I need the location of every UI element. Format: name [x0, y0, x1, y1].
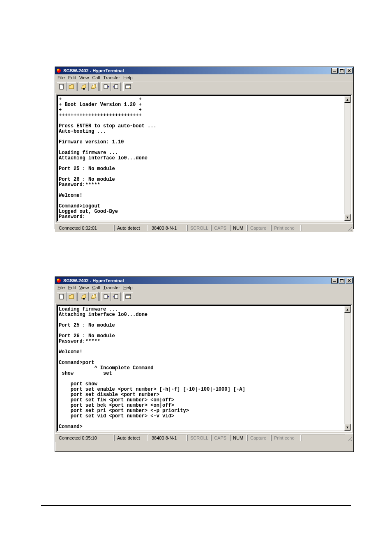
svg-rect-28: [104, 295, 107, 299]
menubar: File Edit View Call Transfer Help: [55, 284, 353, 291]
receive-button[interactable]: [111, 82, 121, 91]
separator: [122, 293, 122, 301]
menu-file[interactable]: File: [58, 285, 65, 290]
scroll-down-button[interactable]: ▼: [344, 424, 350, 431]
terminal-frame: + + + Boot Loader Version 1.20 + + + +++…: [56, 94, 352, 222]
toolbar: [55, 291, 353, 303]
minimize-button[interactable]: [331, 68, 338, 74]
svg-rect-29: [115, 295, 118, 299]
properties-button[interactable]: [123, 82, 133, 91]
status-autodetect: Auto detect: [114, 225, 148, 231]
svg-rect-10: [104, 85, 107, 89]
separator: [99, 83, 100, 91]
svg-rect-26: [83, 298, 85, 299]
title-buttons: [331, 278, 353, 283]
new-button[interactable]: [57, 82, 67, 91]
window-title: SGSW-2402 - HyperTerminal: [63, 68, 331, 73]
resize-grip[interactable]: [346, 435, 353, 441]
menu-help[interactable]: Help: [123, 285, 133, 290]
status-caps: CAPS: [211, 225, 229, 231]
receive-button[interactable]: [111, 292, 121, 301]
hyperterminal-window-2: SGSW-2402 - HyperTerminal File Edit View…: [55, 276, 354, 452]
close-button[interactable]: [346, 278, 353, 283]
connect-button[interactable]: [79, 82, 89, 91]
properties-button[interactable]: [123, 292, 133, 301]
resize-grip[interactable]: [346, 225, 353, 231]
terminal-output[interactable]: + + + Boot Loader Version 1.20 + + + +++…: [58, 96, 344, 221]
toolbar: [55, 81, 353, 93]
scroll-down-button[interactable]: ▼: [344, 214, 350, 221]
terminal-output[interactable]: Loading firmware ... Attaching interface…: [58, 306, 344, 431]
svg-line-17: [351, 230, 352, 231]
titlebar: SGSW-2402 - HyperTerminal: [55, 67, 353, 74]
scroll-up-button[interactable]: ▲: [344, 306, 350, 313]
status-printecho: Print echo: [271, 435, 301, 441]
scroll-track[interactable]: [344, 313, 350, 424]
status-connected: Connected 0:02:01: [56, 225, 113, 231]
separator: [77, 83, 78, 91]
disconnect-button[interactable]: [89, 82, 99, 91]
svg-rect-4: [340, 69, 344, 70]
svg-point-18: [57, 279, 61, 283]
disconnect-button[interactable]: [89, 292, 99, 301]
scrollbar[interactable]: ▲ ▼: [344, 306, 350, 431]
new-button[interactable]: [57, 292, 67, 301]
status-caps: CAPS: [211, 435, 229, 441]
status-printecho: Print echo: [271, 225, 301, 231]
connect-button[interactable]: [79, 292, 89, 301]
status-scroll: SCROLL: [187, 225, 210, 231]
svg-rect-32: [129, 297, 130, 298]
statusbar: Connected 0:05:10 Auto detect 38400 8-N-…: [55, 433, 353, 442]
app-icon: [56, 68, 62, 74]
status-capture: Capture: [247, 435, 270, 441]
svg-point-19: [57, 279, 59, 281]
statusbar: Connected 0:02:01 Auto detect 38400 8-N-…: [55, 223, 353, 232]
menubar: File Edit View Call Transfer Help: [55, 74, 353, 81]
titlebar: SGSW-2402 - HyperTerminal: [55, 277, 353, 284]
status-num: NUM: [230, 225, 247, 231]
menu-call[interactable]: Call: [92, 75, 100, 80]
send-button[interactable]: [101, 292, 111, 301]
menu-file[interactable]: File: [58, 75, 65, 80]
close-button[interactable]: [346, 68, 353, 74]
window-title: SGSW-2402 - HyperTerminal: [63, 278, 331, 283]
title-buttons: [331, 68, 353, 74]
status-spacer: [302, 225, 345, 231]
status-autodetect: Auto detect: [114, 435, 148, 441]
svg-line-35: [351, 440, 352, 441]
send-button[interactable]: [101, 82, 111, 91]
minimize-button[interactable]: [331, 278, 338, 283]
menu-edit[interactable]: Edit: [68, 285, 76, 290]
svg-rect-11: [115, 85, 118, 89]
page-footer-line: [41, 505, 351, 506]
menu-transfer[interactable]: Transfer: [103, 75, 120, 80]
menu-view[interactable]: View: [79, 75, 89, 80]
status-capture: Capture: [247, 225, 270, 231]
status-scroll: SCROLL: [187, 435, 210, 441]
menu-help[interactable]: Help: [123, 75, 133, 80]
maximize-button[interactable]: [339, 278, 345, 283]
svg-rect-14: [129, 87, 130, 88]
scroll-track[interactable]: [344, 103, 350, 214]
svg-rect-2: [333, 71, 336, 72]
maximize-button[interactable]: [339, 68, 345, 74]
separator: [122, 83, 122, 91]
scrollbar[interactable]: ▲ ▼: [344, 96, 350, 221]
status-connected: Connected 0:05:10: [56, 435, 113, 441]
separator: [77, 293, 78, 301]
open-button[interactable]: [67, 82, 76, 91]
svg-point-1: [57, 69, 59, 71]
menu-call[interactable]: Call: [92, 285, 100, 290]
app-icon: [56, 278, 62, 283]
open-button[interactable]: [67, 292, 76, 301]
menu-transfer[interactable]: Transfer: [103, 285, 120, 290]
status-port-settings: 38400 8-N-1: [149, 435, 187, 441]
terminal-frame: Loading firmware ... Attaching interface…: [56, 304, 352, 432]
svg-rect-8: [83, 88, 85, 90]
scroll-up-button[interactable]: ▲: [344, 96, 350, 103]
menu-edit[interactable]: Edit: [68, 75, 76, 80]
hyperterminal-window-1: SGSW-2402 - HyperTerminal File Edit View…: [55, 67, 354, 229]
status-port-settings: 38400 8-N-1: [149, 225, 187, 231]
menu-view[interactable]: View: [79, 285, 89, 290]
svg-rect-20: [333, 281, 336, 282]
